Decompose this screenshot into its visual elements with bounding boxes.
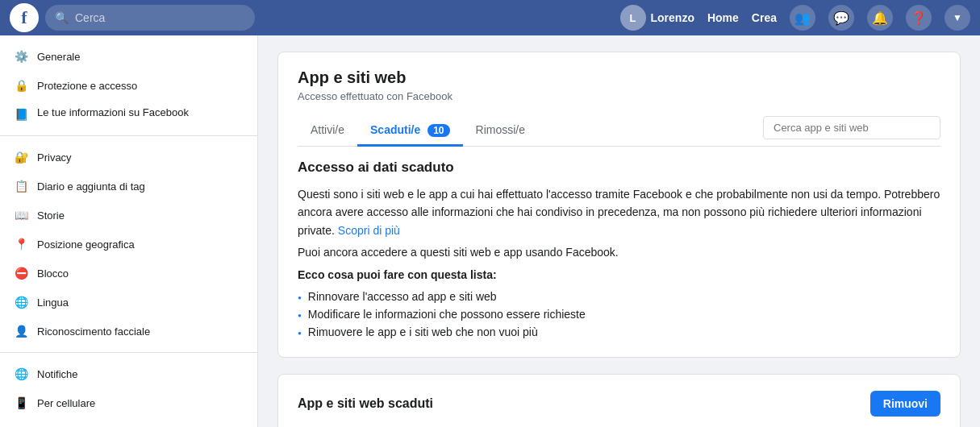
sidebar-item-generale[interactable]: ⚙️ Generale [0, 42, 257, 71]
tab-scaduti-badge: 10 [427, 124, 449, 137]
sidebar-item-post[interactable]: 📰 Post pubblici [0, 417, 257, 427]
facebook-icon: 📘 [13, 106, 29, 122]
facebook-logo: f [10, 3, 39, 32]
post-icon: 📰 [13, 424, 29, 427]
user-area[interactable]: L Lorenzo [620, 5, 694, 31]
scopri-link[interactable]: Scopri di più [338, 224, 400, 237]
info-card-note: Puoi ancora accedere a questi siti web e… [298, 246, 940, 259]
info-card-title: Accesso ai dati scaduto [298, 160, 940, 176]
bullet-2: ● [298, 312, 302, 319]
sidebar: ⚙️ Generale 🔒 Protezione e accesso 📘 Le … [0, 35, 258, 427]
search-icon: 🔍 [55, 11, 69, 24]
divider-2 [0, 352, 257, 353]
create-link[interactable]: Crea [752, 11, 777, 24]
block-icon: ⛔ [13, 265, 29, 281]
tab-rimossi[interactable]: Rimossi/e [463, 115, 538, 147]
bell-icon: 🔔 [872, 10, 888, 26]
sidebar-section-2: 🔐 Privacy 📋 Diario e aggiunta di tag 📖 S… [0, 143, 257, 346]
people-icon: 👥 [794, 10, 811, 26]
chevron-down-btn[interactable]: ▼ [945, 5, 970, 31]
chevron-down-icon: ▼ [953, 12, 962, 23]
list-item-3: ● Rimuovere le app e i siti web che non … [298, 323, 940, 341]
sidebar-label-storie: Storie [37, 209, 65, 222]
page-subtitle: Accesso effettuato con Facebook [298, 90, 940, 102]
remove-button[interactable]: Rimuovi [870, 391, 940, 417]
sidebar-label-posizione: Posizione geografica [37, 238, 135, 251]
tab-scaduti-label: Scaduti/e [370, 123, 420, 136]
sidebar-item-storie[interactable]: 📖 Storie [0, 201, 257, 230]
notifications-icon: 🌐 [13, 366, 29, 382]
sidebar-item-notifiche[interactable]: 🌐 Notifiche [0, 359, 257, 388]
face-icon: 👤 [13, 323, 29, 339]
main-card: App e siti web Accesso effettuato con Fa… [277, 52, 961, 358]
sidebar-label-lingua: Lingua [37, 296, 69, 309]
lock-icon: 🔒 [13, 77, 29, 93]
tab-scaduti[interactable]: Scaduti/e 10 [357, 115, 463, 147]
people-icon-btn[interactable]: 👥 [790, 5, 815, 31]
apps-header: App e siti web scaduti Rimuovi [298, 391, 940, 417]
info-card-desc1: Questi sono i siti web e le app a cui ha… [298, 185, 940, 239]
main-content: App e siti web Accesso effettuato con Fa… [258, 35, 980, 427]
diary-icon: 📋 [13, 178, 29, 194]
facebook-logo-letter: f [21, 7, 27, 28]
language-icon: 🌐 [13, 294, 29, 310]
messenger-icon-btn[interactable]: 💬 [828, 5, 854, 31]
sidebar-section-1: ⚙️ Generale 🔒 Protezione e accesso 📘 Le … [0, 42, 257, 129]
search-input[interactable] [75, 11, 245, 24]
mobile-icon: 📱 [13, 395, 29, 411]
sidebar-label-blocco: Blocco [37, 267, 69, 280]
messenger-icon: 💬 [833, 10, 849, 26]
sidebar-item-lingua[interactable]: 🌐 Lingua [0, 288, 257, 317]
search-bar[interactable]: 🔍 [45, 5, 255, 31]
bell-icon-btn[interactable]: 🔔 [867, 5, 893, 31]
sidebar-section-3: 🌐 Notifiche 📱 Per cellulare 📰 Post pubbl… [0, 359, 257, 427]
sidebar-label-riconoscimento: Riconoscimento facciale [37, 325, 150, 338]
sidebar-item-protezione[interactable]: 🔒 Protezione e accesso [0, 71, 257, 100]
tab-attive[interactable]: Attivi/e [298, 115, 357, 147]
navbar: f 🔍 L Lorenzo Home Crea 👥 💬 🔔 ❓ ▼ [0, 0, 980, 35]
navbar-left: f 🔍 [10, 3, 620, 32]
page-title: App e siti web [298, 68, 940, 87]
divider-1 [0, 135, 257, 136]
sidebar-item-posizione[interactable]: 📍 Posizione geografica [0, 230, 257, 259]
help-icon: ❓ [911, 10, 927, 26]
tab-search-input[interactable] [763, 116, 940, 139]
list-title: Ecco cosa puoi fare con questa lista: [298, 268, 940, 281]
sidebar-label-notifiche: Notifiche [37, 368, 78, 380]
sidebar-item-tue-info[interactable]: 📘 Le tue informazioni su Facebook [0, 100, 257, 129]
sidebar-item-blocco[interactable]: ⛔ Blocco [0, 259, 257, 288]
home-link[interactable]: Home [707, 11, 739, 24]
location-icon: 📍 [13, 236, 29, 252]
app-layout: ⚙️ Generale 🔒 Protezione e accesso 📘 Le … [0, 35, 980, 427]
sidebar-label-privacy: Privacy [37, 151, 72, 164]
list-item-2-text: Modificare le informazioni che possono e… [308, 308, 586, 321]
list-item-3-text: Rimuovere le app e i siti web che non vu… [308, 325, 538, 338]
info-card: Accesso ai dati scaduto Questi sono i si… [298, 160, 940, 341]
sidebar-label-generale: Generale [37, 51, 80, 63]
privacy-icon: 🔐 [13, 149, 29, 165]
feature-list: ● Rinnovare l'accesso ad app e siti web … [298, 288, 940, 341]
bullet-1: ● [298, 294, 302, 301]
apps-section-title: App e siti web scaduti [298, 396, 433, 411]
gear-icon: ⚙️ [13, 48, 29, 64]
sidebar-label-cellulare: Per cellulare [37, 397, 95, 409]
stories-icon: 📖 [13, 207, 29, 223]
user-name: Lorenzo [651, 11, 694, 24]
list-item-1: ● Rinnovare l'accesso ad app e siti web [298, 288, 940, 305]
sidebar-item-privacy[interactable]: 🔐 Privacy [0, 143, 257, 172]
sidebar-label-tue-info: Le tue informazioni su Facebook [37, 106, 189, 120]
list-item-1-text: Rinnovare l'accesso ad app e siti web [308, 290, 497, 303]
list-item-2: ● Modificare le informazioni che possono… [298, 305, 940, 323]
sidebar-item-cellulare[interactable]: 📱 Per cellulare [0, 388, 257, 417]
navbar-right: L Lorenzo Home Crea 👥 💬 🔔 ❓ ▼ [620, 5, 971, 31]
sidebar-label-diario: Diario e aggiunta di tag [37, 180, 145, 193]
sidebar-item-diario[interactable]: 📋 Diario e aggiunta di tag [0, 172, 257, 201]
sidebar-item-riconoscimento[interactable]: 👤 Riconoscimento facciale [0, 317, 257, 346]
help-icon-btn[interactable]: ❓ [906, 5, 932, 31]
bullet-3: ● [298, 330, 302, 337]
sidebar-label-protezione: Protezione e accesso [37, 80, 137, 92]
tabs-bar: Attivi/e Scaduti/e 10 Rimossi/e [298, 115, 940, 147]
apps-section: App e siti web scaduti Rimuovi P Pintere… [277, 374, 961, 427]
avatar: L [620, 5, 646, 31]
